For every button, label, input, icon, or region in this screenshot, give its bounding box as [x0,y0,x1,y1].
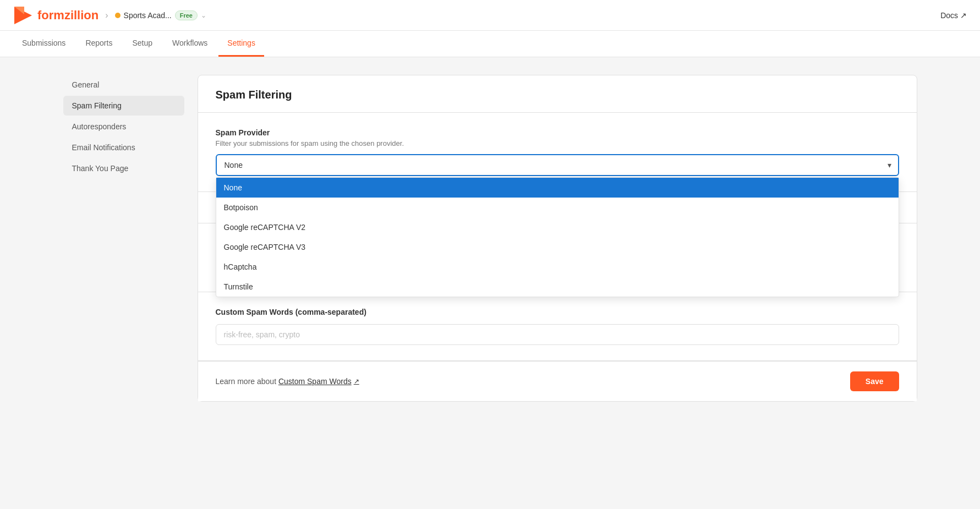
spam-words-label: Custom Spam Words (comma-separated) [216,308,899,316]
dropdown-item-recaptcha-v2[interactable]: Google reCAPTCHA V2 [216,217,899,237]
workspace-status-dot [115,13,121,18]
docs-link[interactable]: Docs ↗ [940,11,967,20]
card-header: Spam Filtering [198,75,917,113]
main-nav: Submissions Reports Setup Workflows Sett… [0,31,980,57]
save-button[interactable]: Save [850,371,899,391]
spam-provider-select-wrapper: None Botpoison Google reCAPTCHA V2 Googl… [216,154,899,176]
tab-settings[interactable]: Settings [218,31,264,57]
workspace-name: Sports Acad... [124,11,172,20]
tab-setup[interactable]: Setup [123,31,161,57]
logo-text: formzillion [37,8,98,23]
breadcrumb-separator: › [105,10,108,20]
sidebar-item-spam-filtering[interactable]: Spam Filtering [63,96,184,116]
settings-sidebar: General Spam Filtering Autoresponders Em… [63,75,184,402]
custom-spam-words-link[interactable]: Custom Spam Words ↗ [278,377,359,386]
dropdown-item-recaptcha-v3[interactable]: Google reCAPTCHA V3 [216,237,899,257]
footer-learn-more: Learn more about Custom Spam Words ↗ [216,377,359,386]
top-bar: formzillion › Sports Acad... Free ⌄ Docs… [0,0,980,31]
workspace-plan-badge: Free [175,10,198,20]
card-footer: Learn more about Custom Spam Words ↗ Sav… [198,361,917,401]
workspace-selector[interactable]: Sports Acad... Free ⌄ [115,10,206,20]
dropdown-item-turnstile[interactable]: Turnstile [216,277,899,297]
dropdown-item-hcaptcha[interactable]: hCaptcha [216,257,899,277]
spam-provider-select[interactable]: None Botpoison Google reCAPTCHA V2 Googl… [216,154,899,176]
sidebar-item-thank-you-page[interactable]: Thank You Page [63,158,184,178]
dropdown-item-botpoison[interactable]: Botpoison [216,198,899,217]
tab-workflows[interactable]: Workflows [163,31,216,57]
spam-filtering-card: Spam Filtering Spam Provider Filter your… [198,75,917,402]
sidebar-item-email-notifications[interactable]: Email Notifications [63,138,184,157]
spam-words-input[interactable] [216,324,899,345]
workspace-chevron-icon: ⌄ [201,12,206,19]
dropdown-item-none[interactable]: None [216,178,899,198]
spam-provider-section: Spam Provider Filter your submissions fo… [198,113,917,192]
tab-reports[interactable]: Reports [76,31,121,57]
main-layout: General Spam Filtering Autoresponders Em… [50,57,930,419]
sidebar-item-general[interactable]: General [63,75,184,95]
spam-provider-desc: Filter your submissions for spam using t… [216,139,899,147]
top-bar-left: formzillion › Sports Acad... Free ⌄ [13,6,206,25]
spam-words-section: Custom Spam Words (comma-separated) [198,292,917,361]
tab-submissions[interactable]: Submissions [13,31,74,57]
page-title: Spam Filtering [216,89,899,101]
spam-provider-label: Spam Provider [216,128,899,137]
formzillion-logo-icon [13,6,33,25]
logo[interactable]: formzillion [13,6,98,25]
learn-more-ext-icon: ↗ [354,377,359,385]
sidebar-item-autoresponders[interactable]: Autoresponders [63,117,184,136]
spam-provider-dropdown: None Botpoison Google reCAPTCHA V2 Googl… [216,177,899,297]
settings-content: Spam Filtering Spam Provider Filter your… [198,75,917,402]
